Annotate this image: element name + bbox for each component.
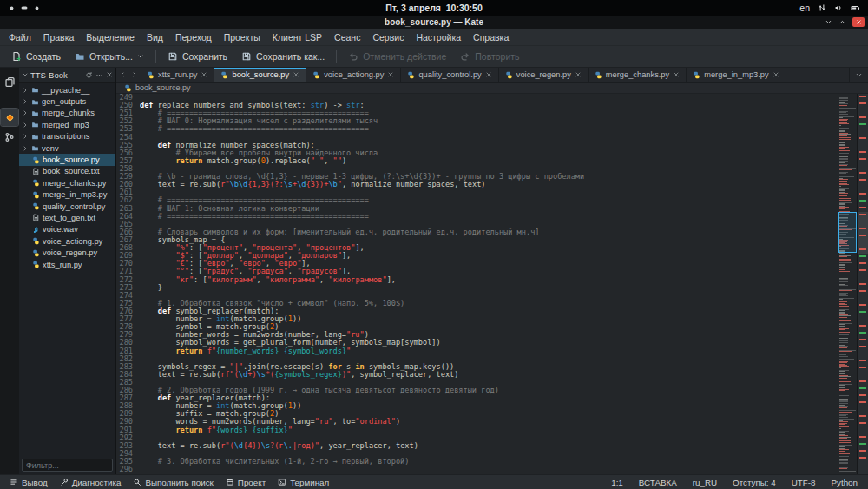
- toolview-documents-button[interactable]: [1, 73, 18, 90]
- tab-voice_actiong.py[interactable]: voice_actiong.py: [306, 68, 401, 82]
- system-tray: en: [799, 3, 860, 13]
- terminal-icon: [278, 478, 286, 486]
- input-mode[interactable]: ВСТАВКА: [639, 478, 677, 487]
- line-text: "$": ["доллар", "доллара", "долларов"],: [140, 252, 838, 260]
- tree-item-voice_regen.py[interactable]: voice_regen.py: [19, 247, 115, 258]
- terminal-toolview-button[interactable]: Терминал: [272, 475, 335, 489]
- close-tab-icon[interactable]: [485, 71, 492, 78]
- project-title[interactable]: TTS-Book: [30, 70, 68, 80]
- close-window-button[interactable]: [852, 17, 865, 27]
- tree-item-book_source.txt[interactable]: book_source.txt: [19, 166, 115, 177]
- tree-item-merge_chanks.py[interactable]: merge_chanks.py: [19, 177, 115, 188]
- menu-item[interactable]: Переход: [169, 30, 218, 44]
- tree-item-quality_control.py[interactable]: quality_control.py: [19, 201, 115, 212]
- tree-item-voice.wav[interactable]: voice.wav: [19, 224, 115, 235]
- keyboard-layout-indicator[interactable]: en: [799, 3, 810, 13]
- undo-button[interactable]: Отменить действие: [342, 49, 452, 64]
- output-toolview-button[interactable]: Вывод: [3, 475, 54, 489]
- overview-slider[interactable]: [858, 212, 868, 254]
- tree-item-merge_in_mp3.py[interactable]: merge_in_mp3.py: [19, 189, 115, 201]
- menu-item[interactable]: Сеанс: [328, 30, 366, 44]
- project-icon: [226, 478, 234, 486]
- dictionary[interactable]: ru_RU: [693, 478, 717, 487]
- tabs-scroll-left-button[interactable]: [116, 68, 128, 82]
- menu-item[interactable]: Клиент LSP: [266, 30, 328, 44]
- battery-icon[interactable]: [851, 3, 860, 13]
- menu-item[interactable]: Проекты: [218, 30, 266, 44]
- close-tab-icon[interactable]: [387, 71, 394, 78]
- line-text: [140, 292, 838, 300]
- window-titlebar[interactable]: book_source.py — Kate: [0, 16, 868, 29]
- text-editor[interactable]: 249250def replace_numbers_and_symbols(te…: [116, 94, 838, 474]
- diagnostics-toolview-button[interactable]: Диагностика: [54, 475, 128, 489]
- menu-item[interactable]: Выделение: [80, 30, 141, 44]
- tab-xtts_run.py[interactable]: xtts_run.py: [141, 68, 214, 82]
- breadcrumb[interactable]: book_source.py: [116, 83, 868, 94]
- close-tab-icon[interactable]: [575, 71, 582, 78]
- tree-item-__pycache__[interactable]: __pycache__: [19, 84, 115, 96]
- toolbar-separator: [155, 50, 156, 63]
- tree-filter-input[interactable]: [22, 459, 113, 472]
- tabs-scroll-right-button[interactable]: [128, 68, 141, 82]
- minimap-scrollbar[interactable]: [838, 94, 857, 474]
- tree-item-voice_actiong.py[interactable]: voice_actiong.py: [19, 235, 115, 247]
- new-document-button[interactable]: Создать: [5, 49, 67, 64]
- tab-book_source.py[interactable]: book_source.py: [214, 68, 306, 82]
- tree-item-merge_chunks[interactable]: merge_chunks: [19, 108, 115, 119]
- tree-item-venv[interactable]: venv: [19, 142, 115, 154]
- close-tab-icon[interactable]: [673, 71, 680, 78]
- tree-item-merged_mp3[interactable]: merged_mp3: [19, 119, 115, 130]
- close-tab-icon[interactable]: [293, 71, 299, 78]
- save-as-button[interactable]: Сохранить как...: [235, 49, 331, 64]
- code-line: 269 "$": ["доллар", "доллара", "долларов…: [116, 252, 838, 260]
- encoding[interactable]: UTF-8: [792, 478, 816, 487]
- toolview-project-button[interactable]: [1, 109, 18, 126]
- menu-item[interactable]: Вид: [141, 30, 169, 44]
- chevron-down-icon[interactable]: [22, 71, 29, 78]
- menu-item[interactable]: Настройка: [410, 30, 467, 44]
- menu-item[interactable]: Правка: [37, 30, 80, 44]
- tree-item-transcriptions[interactable]: transcriptions: [19, 131, 115, 142]
- network-icon[interactable]: [818, 3, 826, 12]
- indentation[interactable]: Отступы: 4: [733, 478, 776, 487]
- tab-merge_chanks.py[interactable]: merge_chanks.py: [589, 68, 687, 82]
- tree-item-label: book_source.txt: [43, 167, 100, 175]
- save-button[interactable]: Сохранить: [161, 49, 233, 64]
- tab-voice_regen.py[interactable]: voice_regen.py: [499, 68, 589, 82]
- tree-item-xtts_run.py[interactable]: xtts_run.py: [19, 259, 115, 270]
- minimap-viewport[interactable]: [838, 212, 857, 253]
- overview-strip[interactable]: [857, 94, 868, 474]
- tab-list-button[interactable]: [849, 68, 868, 82]
- code-line: 258: [116, 165, 838, 173]
- menu-item[interactable]: Сервис: [366, 30, 410, 44]
- refresh-icon[interactable]: [85, 71, 93, 79]
- tree-item-label: text_to_gen.txt: [43, 214, 95, 222]
- maximize-button[interactable]: [838, 18, 846, 26]
- menu-item[interactable]: Справка: [467, 30, 515, 44]
- panel-clock[interactable]: Пт, 3 апреля 10:30:50: [385, 3, 483, 13]
- output-label: Вывод: [22, 478, 48, 487]
- volume-icon[interactable]: [834, 3, 843, 12]
- close-panel-icon[interactable]: [106, 71, 113, 78]
- menu-item[interactable]: Файл: [3, 30, 37, 44]
- tab-quality_control.py[interactable]: quality_control.py: [401, 68, 498, 82]
- line-text: symbols_map = {: [140, 236, 838, 244]
- close-tab-icon[interactable]: [773, 71, 779, 78]
- minimap-lines: [839, 95, 856, 472]
- project-toolview-button[interactable]: Проект: [220, 475, 272, 489]
- minimize-button[interactable]: [825, 18, 832, 26]
- tree-item-gen_outputs[interactable]: gen_outputs: [19, 96, 115, 107]
- line-text: symbols_regex = "|".join(re.escape(s) fo…: [140, 363, 838, 371]
- cursor-position[interactable]: 1:1: [611, 478, 623, 487]
- redo-button[interactable]: Повторить: [454, 49, 525, 64]
- tab-label: xtts_run.py: [158, 70, 197, 79]
- search-toolview-button[interactable]: Выполнить поиск: [127, 475, 219, 489]
- options-icon[interactable]: [95, 71, 103, 79]
- tab-merge_in_mp3.py[interactable]: merge_in_mp3.py: [687, 68, 786, 82]
- toolview-git-button[interactable]: [1, 129, 18, 146]
- tree-item-book_source.py[interactable]: book_source.py: [19, 154, 115, 165]
- tree-item-text_to_gen.txt[interactable]: text_to_gen.txt: [19, 212, 115, 223]
- close-tab-icon[interactable]: [201, 71, 207, 78]
- open-button[interactable]: Открыть...: [69, 49, 150, 64]
- syntax-mode[interactable]: Python: [831, 478, 858, 487]
